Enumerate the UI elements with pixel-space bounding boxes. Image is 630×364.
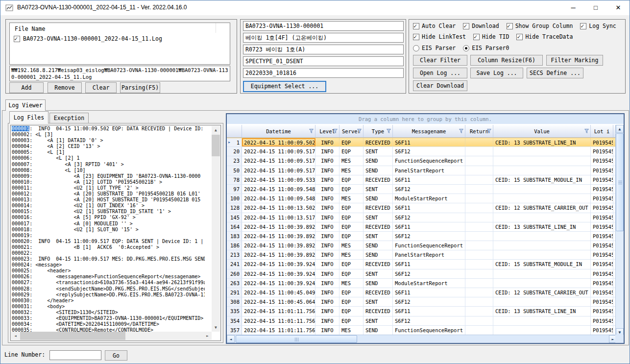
- table-row[interactable]: 1452022-04-15 11:00:13.517INFOEQPSENTS6F…: [227, 213, 615, 222]
- save-log-button[interactable]: Save Log ...: [470, 68, 523, 78]
- log-line[interactable]: 000013: <A [20] HOST_SUBSTRATE_ID 'P0195…: [12, 197, 205, 203]
- equipment-select-button[interactable]: Equipment Select ...: [243, 81, 326, 92]
- table-row[interactable]: ➤12022-04-15 11:00:09.502INFOEQPRECEVIED…: [227, 138, 615, 147]
- log-line[interactable]: 000029: <replySubjectName>DD.PKG.EIS.PRO…: [12, 292, 205, 298]
- log-line[interactable]: 000034: <DATETIME>20220415110009</DATETI…: [12, 321, 205, 327]
- log-line[interactable]: 000028: <sendSubjectName>DD.PKG.MES.PRO.…: [12, 286, 205, 292]
- table-row[interactable]: 1002022-04-15 11:00:09.548INFOMESSENDMod…: [227, 194, 615, 203]
- clear-button[interactable]: Clear: [85, 82, 117, 93]
- table-row[interactable]: 972022-04-15 11:00:09.548INFOEQPSENTS6F1…: [227, 185, 615, 194]
- table-row[interactable]: 1642022-04-15 11:00:39.892INFOEQPRECEVIE…: [227, 222, 615, 232]
- parsing-button[interactable]: Parsing(F5): [120, 82, 160, 93]
- scroll-left-icon[interactable]: ◄: [11, 332, 20, 340]
- log-line[interactable]: 000020: INFO 04-15 11:00:09.517 EQP: DAT…: [12, 239, 205, 244]
- log-line[interactable]: 000022:: [12, 250, 205, 256]
- spec-date-field[interactable]: 20220330_101816: [243, 68, 404, 78]
- close-button[interactable]: ✕: [607, 0, 630, 15]
- table-row[interactable]: 202022-04-15 11:00:09.517INFOEQPSENTS6F1…: [227, 147, 615, 156]
- log-text-area[interactable]: 000001: INFO 04-15 11:00:09.502 EQP: DAT…: [10, 125, 221, 341]
- grid-vertical-scrollbar[interactable]: ▲ ▼: [615, 125, 624, 336]
- scroll-right-icon[interactable]: ►: [203, 332, 212, 340]
- log-line[interactable]: 000016: <A [5] PPID 'GX-92' >: [12, 215, 205, 220]
- log-sync-checkbox[interactable]: Log Sync: [580, 23, 616, 29]
- table-row[interactable]: 3352022-04-15 11:01:11.756INFOEQPRECEVIE…: [227, 307, 615, 316]
- column-resize-button[interactable]: Column Resize(F6): [470, 55, 543, 66]
- table-row[interactable]: 232022-04-15 11:00:09.517INFOMESSENDFunc…: [227, 156, 615, 166]
- table-row[interactable]: 782022-04-15 11:00:09.533INFOEQPRECEVIED…: [227, 175, 615, 185]
- hide-linktest-checkbox[interactable]: Hide LinkTest: [413, 33, 466, 40]
- log-line[interactable]: 000006: <L [2] 1: [12, 155, 205, 161]
- maximize-button[interactable]: □: [584, 0, 607, 15]
- row-indicator-header[interactable]: [227, 125, 242, 137]
- log-line[interactable]: 000015: <U2 [1] SUBSTRATED_ID_STATE '1' …: [12, 209, 205, 215]
- auto-clear-checkbox[interactable]: Auto Clear: [413, 23, 456, 29]
- download-checkbox[interactable]: Download: [463, 23, 499, 29]
- tab-log-files[interactable]: Log Files: [9, 111, 48, 123]
- file-checkbox[interactable]: [14, 36, 20, 42]
- table-row[interactable]: 2412022-04-15 11:00:39.924INFOEQPRECEVIE…: [227, 260, 615, 269]
- scrollbar-thumb[interactable]: [20, 332, 125, 340]
- log-line[interactable]: 000012: <A [20] SUBSTRATE_ID 'P019545002…: [12, 191, 205, 197]
- scroll-down-icon[interactable]: ▼: [212, 323, 220, 332]
- table-row[interactable]: 1862022-04-15 11:00:39.892INFOMESSENDFun…: [227, 241, 615, 250]
- column-header-lot-i[interactable]: Lot i: [591, 125, 613, 137]
- minimize-button[interactable]: ─: [562, 0, 584, 15]
- table-row[interactable]: 2602022-04-15 11:00:39.924INFOEQPSENTS6F…: [227, 269, 615, 279]
- file-list[interactable]: File Name BA0723-OVNA-1130-000001_2022-0…: [9, 23, 230, 65]
- log-line[interactable]: 000027: <transactionid>610a3736-55a3-414…: [12, 280, 205, 286]
- log-line[interactable]: 000031: <body>: [12, 304, 205, 310]
- log-line[interactable]: 000023: INFO 04-15 11:00:09.517 MES: DD.…: [12, 256, 205, 262]
- go-button[interactable]: Go: [105, 350, 127, 361]
- grid-horizontal-scrollbar[interactable]: ◄ ►: [227, 335, 617, 343]
- log-line[interactable]: 000003: <A [1] DATAID '0' >: [12, 138, 205, 144]
- equipment-id-field[interactable]: BA0723-OVNA-1130-000001: [243, 21, 404, 31]
- log-line[interactable]: 000010: <A [12] LOTID 'P0195450021B' >: [12, 179, 205, 185]
- table-row[interactable]: 502022-04-15 11:00:09.517INFOMESSENDPane…: [227, 166, 615, 175]
- log-line[interactable]: 000014: <U2 [1] OUT_INDEX '16' >: [12, 203, 205, 209]
- log-line[interactable]: 000005: <L [1]: [12, 149, 205, 155]
- log-vertical-scrollbar[interactable]: ▲ ▼: [212, 126, 220, 332]
- column-header-messagename[interactable]: Messagename: [393, 125, 465, 137]
- log-line[interactable]: 000017: <A [0] MODULEID '' >: [12, 221, 205, 227]
- log-line[interactable]: 000033: <EQUIPMENTID>BA0723-OVNA-1130-00…: [12, 315, 205, 321]
- equipment-alias-field[interactable]: R0723 베이킹 1호(A): [243, 45, 404, 54]
- log-line[interactable]: 000032: <SITEID>1130</SITEID>: [12, 310, 205, 315]
- scrollbar-thumb[interactable]: [212, 135, 220, 156]
- scroll-up-icon[interactable]: ▲: [212, 126, 220, 134]
- secs-define-button[interactable]: SECS Define ...: [527, 68, 583, 78]
- eis-parser-radio[interactable]: EIS Parser: [413, 45, 456, 51]
- file-path-box[interactable]: ₩₩192.168.8.217₩eisap03_eislog₩BA0723-OV…: [9, 66, 230, 81]
- log-line[interactable]: 000026: <messagename>FunctionSequenceRep…: [12, 274, 205, 280]
- add-button[interactable]: Add: [9, 82, 44, 93]
- hide-tid-checkbox[interactable]: Hide TID: [473, 33, 509, 40]
- log-line[interactable]: 000018: <U2 [1] SLOT_NO '15' >: [12, 227, 205, 233]
- log-line[interactable]: 000002: <L [3]: [12, 132, 205, 138]
- table-row[interactable]: 2132022-04-15 11:00:39.892INFOMESSENDPan…: [227, 250, 615, 260]
- filter-marking-button[interactable]: Filter Marking: [546, 55, 603, 66]
- spec-type-field[interactable]: SPECTYPE_01_DSENT: [243, 56, 404, 66]
- log-line[interactable]: 000024: <message>: [12, 262, 205, 268]
- line-number-input[interactable]: [49, 350, 101, 360]
- scrollbar-thumb[interactable]: [616, 133, 624, 231]
- column-header-return[interactable]: Return: [465, 125, 493, 137]
- open-log-button[interactable]: Open Log ...: [413, 68, 467, 78]
- column-header-level[interactable]: Level: [315, 125, 339, 137]
- table-row[interactable]: 3082022-04-15 11:00:45.064INFOEQPSENTS6F…: [227, 297, 615, 307]
- tab-log-viewer[interactable]: Log Viewer: [5, 99, 46, 111]
- log-line[interactable]: 000019:: [12, 233, 205, 239]
- table-row[interactable]: 1832022-04-15 11:00:39.892INFOEQPSENTS6F…: [227, 232, 615, 241]
- log-line[interactable]: 000025: <header>: [12, 268, 205, 274]
- eis-parser0-radio[interactable]: EIS Parser0: [463, 45, 509, 51]
- log-line[interactable]: 000007: <A [3] RPTID '401' >: [12, 162, 205, 168]
- table-row[interactable]: 3542022-04-15 11:01:11.756INFOEQPSENTS6F…: [227, 316, 615, 326]
- log-horizontal-scrollbar[interactable]: ◄ ►: [11, 332, 212, 340]
- equipment-name-field[interactable]: 베이킹 1호[4F] (고온베이킹): [243, 33, 404, 43]
- log-line[interactable]: 000009: <A [23] EQUIPMENT_ID 'BA0723-OVN…: [12, 173, 205, 179]
- log-line[interactable]: 000004: <A [2] CEID '13' >: [12, 144, 205, 149]
- log-line[interactable]: 000021: <B [1] ACKC6 '0:Accepted' >: [12, 244, 205, 250]
- file-list-item[interactable]: BA0723-OVNA-1130-000001_2022-04-15_11.Lo…: [14, 35, 162, 42]
- table-row[interactable]: 2912022-04-15 11:00:45.049INFOEQPRECEVIE…: [227, 288, 615, 297]
- column-header-datetime[interactable]: Datetime: [242, 125, 315, 137]
- log-line[interactable]: 000008: <L [10]: [12, 168, 205, 173]
- table-row[interactable]: 1282022-04-15 11:00:13.502INFOEQPRECEVIE…: [227, 203, 615, 213]
